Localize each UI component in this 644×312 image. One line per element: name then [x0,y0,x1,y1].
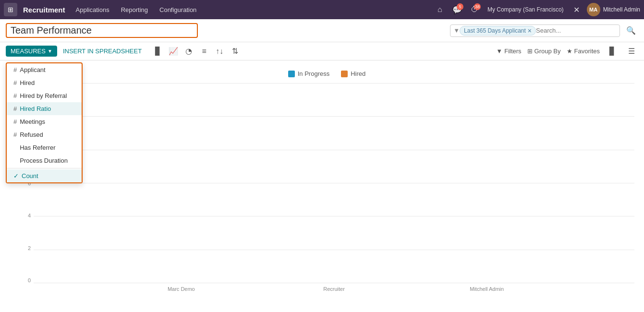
view-list-icon[interactable]: ☰ [625,45,638,58]
groupby-icon: ⊞ [527,48,533,55]
measure-process-duration[interactable]: # Process Duration [7,154,82,167]
filter-icon: ▼ [453,27,460,34]
user-menu[interactable]: MA Mitchell Admin [587,3,640,16]
measures-button[interactable]: MEASURES ▼ [6,46,57,57]
hash-icon: # [13,92,17,99]
table-icon[interactable]: ≡ [197,45,211,58]
view-bar-icon[interactable]: ▊ [606,45,619,58]
chart-inner: Marc Demo Mitchell Admin Recruiter [34,83,634,293]
in-progress-dot [288,71,295,77]
measure-meetings[interactable]: # Meetings [7,115,82,128]
measure-applicant-label: Applicant [20,66,45,73]
chat-badge: 5 [457,3,463,10]
clock-badge: 38 [474,3,481,10]
chart-legend: In Progress Hired [19,70,634,77]
hash-icon: # [13,105,17,112]
measure-hired-by-referral[interactable]: # Hired by Referral [7,89,82,102]
chart-container: In Progress Hired 12 10 8 6 4 2 0 [0,60,644,312]
filter-bar: ▼ Last 365 Days Applicant × 🔍 [450,24,638,38]
nav-reporting[interactable]: Reporting [116,4,153,15]
x-axis-label: Recruiter [34,283,634,293]
measure-applicant[interactable]: # Applicant [7,63,82,76]
user-name: Mitchell Admin [603,6,640,13]
pie-chart-icon[interactable]: ◔ [182,45,195,58]
bars-container: Marc Demo Mitchell Admin [34,83,634,283]
filter-funnel-icon: ▼ [496,48,502,55]
measure-refused[interactable]: # Refused [7,128,82,141]
measure-hired-by-referral-label: Hired by Referral [20,92,67,99]
filters-label: Filters [504,48,521,55]
nav-applications[interactable]: Applications [71,4,114,15]
hash-icon: # [13,66,17,73]
groupby-label: Group By [535,48,561,55]
y-label-2: 2 [28,245,31,251]
measure-hired[interactable]: # Hired [7,76,82,89]
x-axis-text: Recruiter [323,286,345,292]
home-icon[interactable]: ⌂ [433,2,447,17]
measures-label: MEASURES [11,48,46,55]
favorites-label: Favorites [574,48,600,55]
hash-icon: # [13,131,17,138]
app-name: Recruitment [23,6,65,14]
filter-tag-text: Last 365 Days Applicant [464,27,526,34]
y-label-0: 0 [28,277,31,283]
filters-button[interactable]: ▼ Filters [496,48,521,55]
measure-count-label: Count [22,172,38,180]
check-icon: ✓ [13,172,19,180]
main-content: # Applicant # Hired # Hired by Referral … [0,60,644,312]
legend-in-progress: In Progress [288,70,329,77]
measure-hired-ratio-label: Hired Ratio [20,105,51,112]
measure-has-referrer-label: Has Referrer [20,144,55,151]
measure-refused-label: Refused [20,131,43,138]
sort-asc-icon[interactable]: ↑↓ [213,45,226,58]
app-menu-icon[interactable]: ⊞ [4,3,17,16]
bar-chart-icon[interactable]: ▊ [151,45,165,58]
chat-icon[interactable]: 💬 5 [450,2,464,17]
filter-tag: Last 365 Days Applicant × [460,26,536,36]
hired-dot [341,71,348,77]
dropdown-divider [7,168,82,168]
page-title[interactable] [6,23,198,38]
measure-hired-label: Hired [20,79,35,86]
hired-label: Hired [351,70,365,77]
nav-configuration[interactable]: Configuration [155,4,201,15]
global-search-icon[interactable]: 🔍 [624,24,638,38]
insert-spreadsheet-button[interactable]: INSERT IN SPREADSHEET [59,46,146,57]
chart-area: 12 10 8 6 4 2 0 [19,83,634,293]
toolbar: MEASURES ▼ INSERT IN SPREADSHEET ▊ 📈 ◔ ≡… [0,42,644,60]
company-name: My Company (San Francisco) [485,6,567,13]
y-label-4: 4 [28,213,31,218]
groupby-button[interactable]: ⊞ Group By [527,48,561,55]
bar-group-marc-demo-label: Marc Demo [168,286,195,292]
hash-icon: # [13,118,17,125]
measures-dropdown: # Applicant # Hired # Hired by Referral … [6,62,83,183]
search-input[interactable] [536,27,617,34]
measure-process-duration-label: Process Duration [20,157,68,164]
legend-hired: Hired [341,70,365,77]
in-progress-label: In Progress [298,70,329,77]
bar-group-mitchell-label: Mitchell Admin [470,286,504,292]
clock-icon[interactable]: ⏱ 38 [467,2,482,17]
measure-count[interactable]: ✓ Count [7,169,82,182]
favorites-button[interactable]: ★ Favorites [567,48,600,55]
page-header: ▼ Last 365 Days Applicant × 🔍 [0,19,644,42]
filter-remove-btn[interactable]: × [528,27,532,34]
line-chart-icon[interactable]: 📈 [167,45,180,58]
top-navigation: ⊞ Recruitment Applications Reporting Con… [0,0,644,19]
sort-group-icon[interactable]: ⇅ [228,45,242,58]
settings-icon[interactable]: ✕ [570,2,584,17]
star-icon: ★ [567,48,572,55]
measure-meetings-label: Meetings [20,118,45,125]
avatar: MA [587,3,600,16]
hash-icon: # [13,79,17,86]
measures-caret-icon: ▼ [48,48,52,54]
measure-has-referrer[interactable]: # Has Referrer [7,141,82,154]
search-container: ▼ Last 365 Days Applicant × [450,24,620,37]
measure-hired-ratio[interactable]: # Hired Ratio [7,102,82,115]
